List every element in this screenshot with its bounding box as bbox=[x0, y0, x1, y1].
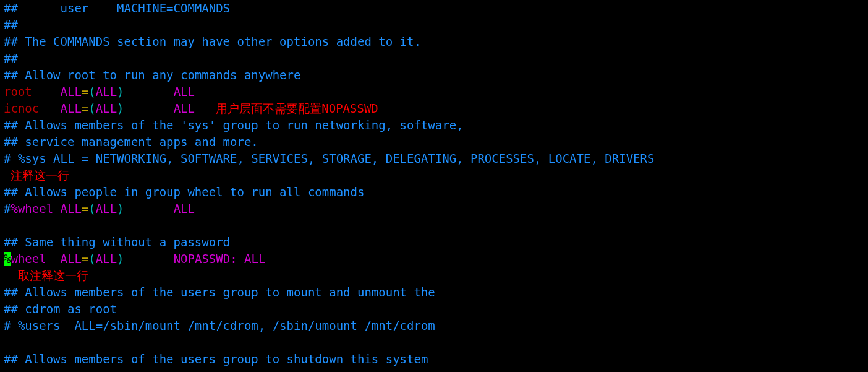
comment-line: # %users ALL=/sbin/mount /mnt/cdrom, /sb… bbox=[4, 319, 435, 332]
comment-line: ## service management apps and more. bbox=[4, 135, 258, 149]
comment-line: ## bbox=[4, 18, 18, 32]
equals-sign: = bbox=[82, 252, 88, 266]
group-wheel: wheel bbox=[11, 252, 60, 266]
token-all: ALL bbox=[174, 202, 195, 215]
sudoers-rule-wheel-nopasswd: %wheel ALL=(ALL) NOPASSWD: ALL bbox=[4, 252, 265, 266]
equals-sign: = bbox=[82, 202, 88, 215]
comment-line: ## Same thing without a password bbox=[4, 235, 230, 249]
token-all: ALL bbox=[61, 102, 82, 115]
token-all: ALL bbox=[174, 85, 195, 98]
comment-line: ## The COMMANDS section may have other o… bbox=[4, 35, 421, 48]
close-paren: ) bbox=[117, 252, 124, 266]
token-all: ALL bbox=[174, 102, 195, 115]
terminal-output[interactable]: ## user MACHINE=COMMANDS ## ## The COMMA… bbox=[0, 0, 868, 368]
comment-line: ## Allows members of the users group to … bbox=[4, 285, 435, 299]
token-all: ALL bbox=[96, 252, 117, 266]
close-paren: ) bbox=[117, 202, 124, 215]
cursor: % bbox=[4, 252, 11, 266]
comment-line: ## Allows people in group wheel to run a… bbox=[4, 185, 364, 199]
comment-line: # %sys ALL = NETWORKING, SOFTWARE, SERVI… bbox=[4, 152, 654, 165]
comment-line: ## Allows members of the 'sys' group to … bbox=[4, 118, 464, 132]
open-paren: ( bbox=[88, 102, 95, 115]
sudoers-rule-icnoc: icnoc ALL=(ALL) ALL 用户层面不需要配置NOPASSWD bbox=[4, 102, 378, 115]
hash-sign: # bbox=[4, 202, 11, 215]
annotation-comment-this: 注释这一行 bbox=[11, 168, 69, 182]
annotation-line: 取注释这一行 bbox=[4, 269, 88, 282]
token-all: ALL bbox=[96, 102, 117, 115]
annotation-uncomment-this: 取注释这一行 bbox=[18, 269, 88, 282]
token-all: ALL bbox=[96, 85, 117, 98]
open-paren: ( bbox=[88, 202, 95, 215]
token-nopasswd: NOPASSWD: ALL bbox=[174, 252, 266, 266]
open-paren: ( bbox=[88, 252, 95, 266]
group-wheel: %wheel bbox=[11, 202, 60, 215]
open-paren: ( bbox=[88, 85, 95, 98]
comment-line: ## Allow root to run any commands anywhe… bbox=[4, 68, 300, 82]
close-paren: ) bbox=[117, 85, 124, 98]
annotation-nopasswd: 用户层面不需要配置NOPASSWD bbox=[216, 102, 378, 115]
equals-sign: = bbox=[82, 102, 88, 115]
comment-line: ## bbox=[4, 51, 18, 65]
sudoers-rule-root: root ALL=(ALL) ALL bbox=[4, 85, 195, 98]
user-root: root bbox=[4, 85, 32, 98]
sudoers-rule-wheel-commented: #%wheel ALL=(ALL) ALL bbox=[4, 202, 195, 215]
token-all: ALL bbox=[96, 202, 117, 215]
user-icnoc: icnoc bbox=[4, 102, 39, 115]
annotation-line: 注释这一行 bbox=[4, 168, 69, 182]
comment-line: ## user MACHINE=COMMANDS bbox=[4, 1, 230, 15]
token-all: ALL bbox=[61, 85, 82, 98]
equals-sign: = bbox=[82, 85, 88, 98]
comment-line: ## Allows members of the users group to … bbox=[4, 352, 428, 366]
close-paren: ) bbox=[117, 102, 124, 115]
token-all: ALL bbox=[61, 202, 82, 215]
token-all: ALL bbox=[61, 252, 82, 266]
comment-line: ## cdrom as root bbox=[4, 302, 117, 316]
